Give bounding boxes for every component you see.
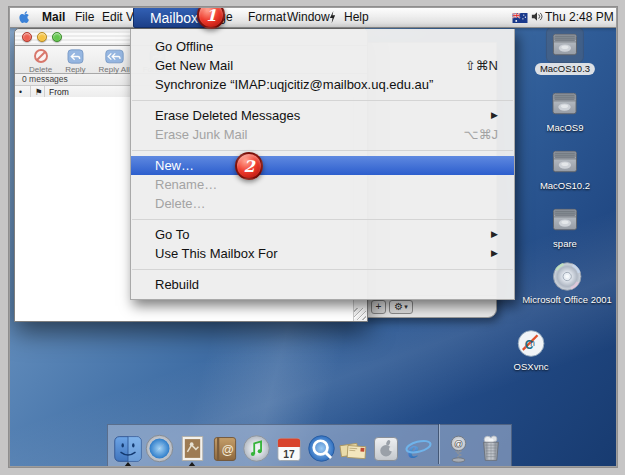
vnc-icon: Cn <box>513 326 549 360</box>
minimize-button[interactable] <box>37 32 47 42</box>
sysprefs-icon <box>371 434 401 464</box>
dock-item-addressbook[interactable]: @ <box>209 430 240 464</box>
menubar-clock[interactable]: Thu 2:48 PM <box>545 7 614 27</box>
desktop-icon-osxvnc[interactable]: CnOSXvnc <box>509 326 554 373</box>
dock-item-finder[interactable] <box>112 430 143 464</box>
explorer-icon: e <box>403 433 434 464</box>
menu-item-go-to[interactable]: Go To▶ <box>131 225 514 244</box>
dock-item-safari[interactable] <box>144 430 175 464</box>
submenu-arrow-icon: ▶ <box>491 106 498 125</box>
delete-icon <box>33 48 49 64</box>
menu-item-label: Erase Deleted Messages <box>155 106 479 125</box>
menu-item-delete: Delete… <box>131 194 514 213</box>
desktop-icon-microsoft-office-2001[interactable]: Microsoft Office 2001 <box>517 259 617 306</box>
desktop-icon-macos9[interactable]: MacOS9 <box>542 87 589 134</box>
menu-separator <box>131 94 514 106</box>
menu-item-label: Go To <box>155 225 479 244</box>
apple-menu-icon[interactable] <box>18 10 31 27</box>
zoom-button[interactable] <box>52 32 62 42</box>
menu-item-get-new-mail[interactable]: Get New Mail⇧⌘N <box>131 56 514 75</box>
desktop-icon-label: MacOS10.2 <box>535 180 595 192</box>
reply-icon <box>67 48 84 64</box>
reply-all-button[interactable]: Reply All <box>99 46 130 74</box>
harddrive-icon <box>547 87 583 121</box>
menu-item-use-this-mailbox-for[interactable]: Use This Mailbox For▶ <box>131 244 514 263</box>
menu-item-label: Synchronize “IMAP:uqjcitiz@mailbox.uq.ed… <box>155 75 498 94</box>
desktop-icon-label: OSXvnc <box>509 361 554 373</box>
menu-item-label: Rename… <box>155 175 498 194</box>
dock-item-mail[interactable] <box>177 430 208 464</box>
quicktime-icon <box>306 433 337 464</box>
dock-item-mailstamp[interactable]: @ <box>443 430 474 464</box>
desktop-icon-macos10-3[interactable]: MacOS10.3 <box>535 28 595 75</box>
dock-item-ical[interactable]: 17 <box>274 430 305 464</box>
running-indicator <box>188 462 196 467</box>
menu-item-go-offline[interactable]: Go Offline <box>131 37 514 56</box>
svg-text:n: n <box>530 339 535 348</box>
svg-text:@: @ <box>221 443 234 457</box>
dock: @17e@ <box>107 424 512 467</box>
cd-icon <box>549 259 585 293</box>
trash-icon <box>477 432 505 464</box>
mail-icon <box>178 433 207 464</box>
dock-item-envelopes[interactable] <box>338 430 369 464</box>
menu-item-new[interactable]: New…2 <box>131 156 514 175</box>
menubar-item-help[interactable]: Help <box>344 7 369 27</box>
flag-icon[interactable] <box>512 12 528 26</box>
desktop-icon-label: MacOS10.3 <box>535 63 595 75</box>
running-indicator <box>124 462 132 467</box>
resize-grip[interactable] <box>354 308 366 320</box>
dock-separator <box>438 424 439 464</box>
finder-icon <box>113 434 143 464</box>
dock-item-sysprefs[interactable] <box>371 430 402 464</box>
ical-icon: 17 <box>274 435 304 464</box>
menu-item-rename: Rename… <box>131 175 514 194</box>
menu-item-rebuild[interactable]: Rebuild <box>131 275 514 294</box>
menu-item-shortcut: ⇧⌘N <box>465 56 498 75</box>
menu-item-label: Get New Mail <box>155 56 453 75</box>
menu-item-label: Use This Mailbox For <box>155 244 479 263</box>
menubar-item-format[interactable]: Format <box>248 7 286 27</box>
mailstamp-icon: @ <box>444 433 473 464</box>
action-menu-button[interactable]: ⚙ ▾ <box>389 300 413 314</box>
svg-text:17: 17 <box>284 449 296 460</box>
gear-icon: ⚙ <box>394 301 403 313</box>
menubar: Thu 2:48 PM MailFileEditViewMessageForma… <box>0 7 625 28</box>
harddrive-icon <box>547 145 583 179</box>
menubar-item-file[interactable]: File <box>75 7 94 27</box>
menu-separator <box>131 213 514 225</box>
reply-button[interactable]: Reply <box>65 46 85 74</box>
menubar-item-mail[interactable]: Mail <box>42 7 65 27</box>
screenshot-stage: + ⚙ ▾ DeleteReplyReply AllForward 0 mess… <box>0 0 625 475</box>
delete-button[interactable]: Delete <box>29 46 52 74</box>
menu-separator <box>131 263 514 275</box>
menubar-item-edit[interactable]: Edit <box>102 7 123 27</box>
desktop-icon-macos10-2[interactable]: MacOS10.2 <box>535 145 595 192</box>
menu-item-label: Delete… <box>155 194 498 213</box>
close-button[interactable] <box>22 32 32 42</box>
dock-item-quicktime[interactable] <box>306 430 337 464</box>
desktop-icon-spare[interactable]: spare <box>547 203 583 250</box>
desktop-icon-label: Microsoft Office 2001 <box>517 294 617 306</box>
chevron-down-icon: ▾ <box>404 301 408 313</box>
menu-item-label: Erase Junk Mail <box>155 125 452 144</box>
menubar-item-window[interactable]: Window <box>287 7 330 27</box>
menu-item-label: Go Offline <box>155 37 498 56</box>
menu-item-erase-junk-mail: Erase Junk Mail⌥⌘J <box>131 125 514 144</box>
volume-icon[interactable] <box>531 11 543 25</box>
menu-item-synchronize-imap-uqjcitiz-mailbox-uq-edu-au[interactable]: Synchronize “IMAP:uqjcitiz@mailbox.uq.ed… <box>131 75 514 94</box>
dock-item-itunes[interactable] <box>241 430 272 464</box>
desktop-icon-label: spare <box>548 238 582 250</box>
menu-item-label: New… <box>155 156 498 175</box>
toolbar-button-label: Reply <box>65 65 85 74</box>
annotation-badge-1: 1 <box>197 1 225 29</box>
harddrive-icon <box>547 28 583 62</box>
add-mailbox-button[interactable]: + <box>371 300 386 314</box>
menu-item-shortcut: ⌥⌘J <box>464 125 498 144</box>
replyall-icon <box>105 48 124 64</box>
dock-item-explorer[interactable]: e <box>403 430 434 464</box>
itunes-icon <box>241 433 272 464</box>
dock-item-trash[interactable] <box>476 430 507 464</box>
menu-item-erase-deleted-messages[interactable]: Erase Deleted Messages▶ <box>131 106 514 125</box>
mailbox-menu: Go OfflineGet New Mail⇧⌘NSynchronize “IM… <box>130 29 515 300</box>
